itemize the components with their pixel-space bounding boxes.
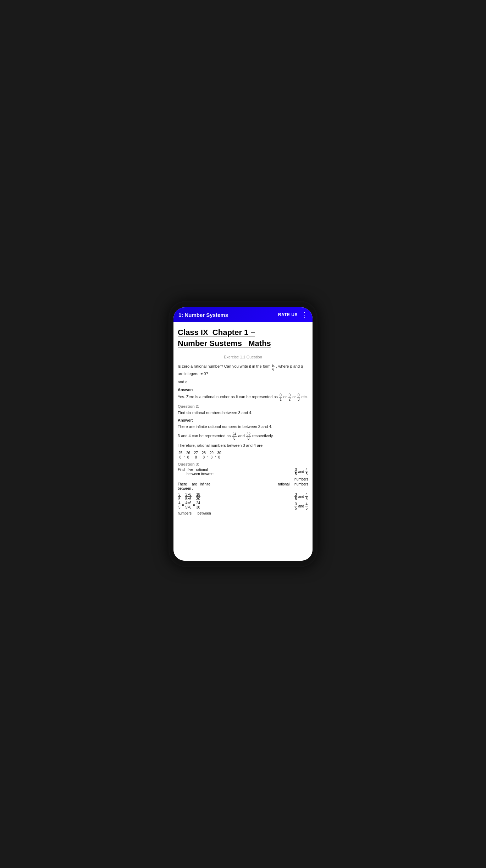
q3-text2: between Answer:	[178, 472, 214, 476]
q3-eq-left: 35 = 3×65×6 = 1830 45 = 4×65×6 = 2430	[178, 493, 201, 509]
q3-mid-left: There are infinite between .	[178, 482, 210, 490]
q3-24-30: 2430	[196, 501, 200, 509]
pq-fraction: p q	[272, 363, 275, 371]
frac-26-8: 268	[186, 451, 190, 459]
q3-right-4-5b: 45	[305, 502, 308, 510]
frac-27-8: 278	[194, 451, 198, 459]
q3-between-text: between	[193, 511, 211, 515]
q3-right-frac1-row: 35 and 45	[294, 493, 308, 501]
frac-25-8: 258	[178, 451, 183, 459]
chapter-title: Class IX Chapter 1 –Number Sustems Maths	[178, 327, 308, 349]
q2-answer1: There are infinite rational numbers in b…	[178, 424, 308, 430]
q3-between: between .	[178, 487, 210, 490]
q3-numbers-text: numbers	[178, 511, 192, 515]
q1-text: Is zero a rational number? Can you write…	[178, 363, 308, 377]
q3-equations-row: 35 = 3×65×6 = 1830 45 = 4×65×6 = 2430	[178, 493, 308, 510]
q3-4x6-5x6: 4×65×6	[185, 501, 192, 509]
zero-over-2: 02	[288, 393, 291, 401]
32-8: 328	[246, 432, 251, 440]
app-header: 1: Number Systems RATE US ⋮	[173, 307, 313, 322]
q3-mid-row: There are infinite between . rational nu…	[178, 482, 308, 491]
q3-right-fracs: 35 and 45 numbers	[294, 468, 308, 481]
q3-4-5: 45	[178, 501, 181, 509]
q3-rational-label: rational numbers	[278, 482, 308, 486]
q3-frac2: 45	[305, 468, 308, 476]
q3-right-3-5: 35	[294, 493, 297, 501]
q3-label: Question 3:	[178, 462, 308, 466]
24-8: 248	[232, 432, 237, 440]
q3-frac-row: 35 and 45	[294, 468, 308, 476]
q3-3-5: 35	[178, 493, 181, 501]
q2-answer3: Therefore, rational numbers between 3 an…	[178, 443, 308, 449]
header-right: RATE US ⋮	[278, 312, 308, 318]
q3-18-30: 1830	[196, 493, 200, 501]
q3-spacer	[307, 488, 308, 491]
phone-frame: 1: Number Systems RATE US ⋮ Class IX Cha…	[169, 301, 317, 567]
frac-28-8: 288	[201, 451, 206, 459]
q3-left-text: Find five rational between Answer:	[178, 468, 214, 476]
content-area[interactable]: Class IX Chapter 1 –Number Sustems Maths…	[173, 322, 313, 561]
q3-numbers-label: numbers	[294, 477, 308, 481]
menu-button[interactable]: ⋮	[301, 312, 308, 318]
frac-30-8: 308	[217, 451, 222, 459]
q3-eq1: 35 = 3×65×6 = 1830	[178, 493, 201, 501]
q2-answer2: 3 and 4 can be represented as 248 and 32…	[178, 432, 308, 440]
q3-3x6-5x6: 3×65×6	[185, 493, 192, 501]
q3-top-row: Find five rational between Answer: 35 an…	[178, 468, 308, 481]
q1-text2: and q	[178, 379, 308, 385]
q2-answer-label: Answer:	[178, 418, 308, 422]
q3-bottom-line: numbers between	[178, 511, 308, 515]
q3-text1: Find five rational	[178, 468, 214, 472]
q2-text: Find six rational numbers between 3 and …	[178, 410, 308, 416]
q3-frac1: 35	[294, 468, 297, 476]
header-title: 1: Number Systems	[178, 312, 228, 318]
q2-fractions-row: 258, 268, 278, 288, 298, 308	[178, 451, 308, 459]
phone-screen: 1: Number Systems RATE US ⋮ Class IX Cha…	[173, 307, 313, 561]
frac-29-8: 298	[209, 451, 214, 459]
q3-right-frac2-row: 35 and 45	[294, 502, 308, 510]
q1-answer: Yes. Zero is a rational number as it can…	[178, 393, 308, 401]
zero-over-1: 01	[279, 393, 282, 401]
q3-mid-right: rational numbers	[278, 482, 308, 491]
zero-over-3: 03	[297, 393, 300, 401]
q1-answer-label: Answer:	[178, 388, 308, 392]
q3-there-are: There are infinite	[178, 482, 210, 486]
q2-label: Question 2:	[178, 404, 308, 408]
q3-eq2: 45 = 4×65×6 = 2430	[178, 501, 201, 509]
q3-right-4-5: 45	[305, 493, 308, 501]
q3-eq-right: 35 and 45 35 and 45	[294, 493, 308, 510]
exercise-label: Exercise 1.1 Question	[178, 355, 308, 359]
q3-right-3-5b: 35	[294, 502, 297, 510]
rate-us-button[interactable]: RATE US	[278, 312, 298, 317]
